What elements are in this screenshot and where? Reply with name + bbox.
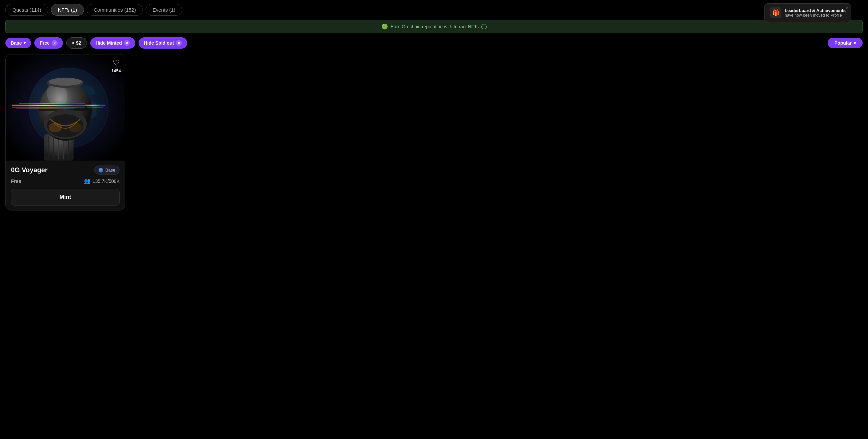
- nft-title: 0G Voyager: [11, 166, 48, 174]
- svg-rect-19: [85, 104, 105, 106]
- heart-count: 1454: [111, 68, 121, 73]
- nft-card-0g-voyager: G: [5, 54, 125, 211]
- sort-button[interactable]: Popular ▾: [828, 38, 863, 48]
- nft-card-info: 0G Voyager Base Free 👥 135.7K/500K Mint: [6, 161, 125, 210]
- tabs-bar: Quests (114) NFTs (1) Communities (152) …: [0, 0, 868, 20]
- close-notification-button[interactable]: ×: [846, 6, 848, 11]
- notif-text: Leaderboard & Achievements have now been…: [785, 8, 846, 18]
- svg-rect-18: [16, 108, 75, 109]
- supply-text: 135.7K/500K: [93, 179, 120, 184]
- nft-price: Free: [11, 178, 21, 184]
- filter-free-button[interactable]: Free ×: [34, 37, 63, 49]
- nft-image: G: [6, 54, 125, 161]
- svg-point-24: [69, 123, 82, 132]
- filter-price-label: < $2: [72, 40, 81, 45]
- banner-icon: 🟢: [381, 23, 388, 30]
- notif-subtitle: have now been moved to Profile: [785, 13, 846, 18]
- svg-point-23: [49, 123, 62, 132]
- filter-hide-sold-out-button[interactable]: Hide Sold out ×: [138, 37, 187, 49]
- mint-button[interactable]: Mint: [11, 189, 120, 206]
- gift-icon: 🎁: [770, 7, 781, 18]
- earn-reputation-banner: 🟢 Earn On-chain reputation with Intract …: [5, 20, 863, 33]
- svg-rect-20: [87, 106, 103, 107]
- filter-base-button[interactable]: Base ▾: [5, 38, 31, 48]
- nft-title-row: 0G Voyager Base: [11, 165, 120, 175]
- leaderboard-notification: 🎁 Leaderboard & Achievements have now be…: [765, 3, 851, 22]
- chevron-down-icon: ▾: [24, 41, 26, 45]
- filter-free-label: Free: [40, 40, 50, 45]
- svg-rect-17: [19, 103, 85, 104]
- supply-icon: 👥: [84, 178, 91, 184]
- banner-info-icon[interactable]: i: [481, 24, 487, 29]
- close-icon: ×: [54, 41, 56, 45]
- chain-badge: Base: [94, 165, 120, 175]
- filter-hide-minted-label: Hide Minted: [96, 40, 122, 45]
- filter-bar: Base ▾ Free × < $2 Hide Minted × Hide So…: [0, 37, 868, 54]
- banner-text: Earn On-chain reputation with Intract NF…: [391, 24, 479, 29]
- filter-base-label: Base: [11, 40, 22, 45]
- nft-supply: 👥 135.7K/500K: [84, 178, 120, 184]
- chain-name: Base: [105, 167, 115, 173]
- favorite-button[interactable]: ♡ 1454: [111, 58, 121, 73]
- close-icon: ×: [126, 41, 128, 45]
- svg-point-13: [49, 78, 82, 86]
- nft-price-row: Free 👥 135.7K/500K: [11, 178, 120, 184]
- notif-title: Leaderboard & Achievements: [785, 8, 846, 13]
- tab-nfts[interactable]: NFTs (1): [51, 4, 84, 15]
- tab-quests[interactable]: Quests (114): [5, 4, 48, 15]
- base-chain-icon: [99, 168, 103, 173]
- sort-label: Popular: [834, 40, 852, 45]
- close-icon: ×: [178, 41, 180, 45]
- remove-free-filter-icon[interactable]: ×: [52, 40, 58, 46]
- filter-hide-sold-out-label: Hide Sold out: [144, 40, 174, 45]
- remove-hide-sold-out-icon[interactable]: ×: [176, 40, 182, 46]
- nft-image-container: G: [6, 54, 125, 161]
- svg-rect-15: [12, 104, 92, 106]
- heart-icon: ♡: [113, 58, 120, 68]
- svg-rect-16: [12, 106, 85, 107]
- filter-hide-minted-button[interactable]: Hide Minted ×: [90, 37, 135, 49]
- tab-communities[interactable]: Communities (152): [87, 4, 143, 15]
- sort-chevron-icon: ▾: [854, 40, 856, 45]
- nft-grid: G: [0, 54, 868, 211]
- remove-hide-minted-icon[interactable]: ×: [124, 40, 130, 46]
- filter-price-button[interactable]: < $2: [66, 37, 87, 49]
- tab-events[interactable]: Events (1): [146, 4, 182, 15]
